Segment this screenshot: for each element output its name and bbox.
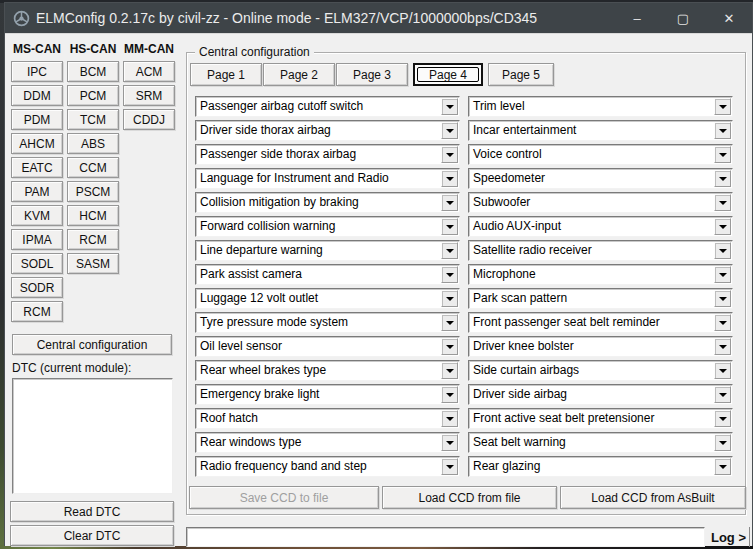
page-tab-page-3[interactable]: Page 3 [336,63,408,86]
dropdown-arrow-icon[interactable] [714,146,731,163]
dropdown-arrow-icon[interactable] [714,434,731,451]
dropdown-arrow-icon[interactable] [441,194,458,211]
dropdown-arrow-icon[interactable] [714,338,731,355]
dropdown-arrow-icon[interactable] [714,386,731,403]
dropdown-arrow-icon[interactable] [441,146,458,163]
dropdown-driver-knee-bolster[interactable]: Driver knee bolster [468,336,733,357]
dropdown-arrow-icon[interactable] [441,410,458,427]
module-button-ccm[interactable]: CCM [67,157,119,178]
central-configuration-button[interactable]: Central configuration [12,334,172,355]
dropdown-arrow-icon[interactable] [441,386,458,403]
dropdown-arrow-icon[interactable] [714,218,731,235]
log-button[interactable]: Log > [708,527,750,547]
module-button-cddj[interactable]: CDDJ [123,109,175,130]
dropdown-front-passenger-seat-belt-reminder[interactable]: Front passenger seat belt reminder [468,312,733,333]
dropdown-language-for-instrument-and-radio[interactable]: Language for Instrument and Radio [195,168,460,189]
module-button-acm[interactable]: ACM [123,61,175,82]
read-dtc-button[interactable]: Read DTC [10,501,174,522]
module-button-abs[interactable]: ABS [67,133,119,154]
dropdown-luggage-12-volt-outlet[interactable]: Luggage 12 volt outlet [195,288,460,309]
maximize-icon[interactable]: ▢ [660,3,706,33]
module-button-pam[interactable]: PAM [11,181,63,202]
dropdown-arrow-icon[interactable] [714,122,731,139]
dropdown-arrow-icon[interactable] [441,290,458,307]
dropdown-arrow-icon[interactable] [441,242,458,259]
dropdown-voice-control[interactable]: Voice control [468,144,733,165]
module-button-rcm[interactable]: RCM [11,301,63,322]
dropdown-arrow-icon[interactable] [714,362,731,379]
module-button-kvm[interactable]: KVM [11,205,63,226]
close-icon[interactable]: ✕ [706,3,752,33]
dropdown-side-curtain-airbags[interactable]: Side curtain airbags [468,360,733,381]
dropdown-arrow-icon[interactable] [441,338,458,355]
dropdown-radio-frequency-band-and-step[interactable]: Radio frequency band and step [195,456,460,477]
dropdown-arrow-icon[interactable] [441,170,458,187]
dropdown-front-active-seat-belt-pretensioner[interactable]: Front active seat belt pretensioner [468,408,733,429]
module-button-ddm[interactable]: DDM [11,85,63,106]
dropdown-arrow-icon[interactable] [441,434,458,451]
page-tab-page-4-selected[interactable]: Page 4 [413,63,483,86]
save-ccd-button[interactable]: Save CCD to file [189,486,379,509]
module-button-sodr[interactable]: SODR [11,277,63,298]
dropdown-line-departure-warning[interactable]: Line departure warning [195,240,460,261]
dropdown-rear-wheel-brakes-type[interactable]: Rear wheel brakes type [195,360,460,381]
module-button-ipma[interactable]: IPMA [11,229,63,250]
dropdown-arrow-icon[interactable] [441,122,458,139]
dropdown-arrow-icon[interactable] [714,170,731,187]
module-button-bcm[interactable]: BCM [67,61,119,82]
log-input[interactable] [186,527,705,547]
dropdown-subwoofer[interactable]: Subwoofer [468,192,733,213]
module-button-pdm[interactable]: PDM [11,109,63,130]
dropdown-park-assist-camera[interactable]: Park assist camera [195,264,460,285]
dropdown-incar-entertainment[interactable]: Incar entertainment [468,120,733,141]
module-button-pcm[interactable]: PCM [67,85,119,106]
dropdown-arrow-icon[interactable] [714,98,731,115]
dropdown-rear-windows-type[interactable]: Rear windows type [195,432,460,453]
dropdown-arrow-icon[interactable] [441,458,458,475]
dropdown-driver-side-thorax-airbag[interactable]: Driver side thorax airbag [195,120,460,141]
dropdown-tyre-pressure-mode-system[interactable]: Tyre pressure mode system [195,312,460,333]
module-button-srm[interactable]: SRM [123,85,175,106]
dropdown-arrow-icon[interactable] [441,314,458,331]
dropdown-arrow-icon[interactable] [714,314,731,331]
module-button-ipc[interactable]: IPC [11,61,63,82]
dropdown-audio-aux-input[interactable]: Audio AUX-input [468,216,733,237]
dropdown-rear-glazing[interactable]: Rear glazing [468,456,733,477]
dropdown-driver-side-airbag[interactable]: Driver side airbag [468,384,733,405]
module-button-pscm[interactable]: PSCM [67,181,119,202]
module-button-ahcm[interactable]: AHCM [11,133,63,154]
dropdown-roof-hatch[interactable]: Roof hatch [195,408,460,429]
dropdown-arrow-icon[interactable] [714,266,731,283]
dropdown-seat-belt-warning[interactable]: Seat belt warning [468,432,733,453]
module-button-hcm[interactable]: HCM [67,205,119,226]
dtc-list-box[interactable] [12,378,173,494]
dropdown-arrow-icon[interactable] [714,242,731,259]
dropdown-speedometer[interactable]: Speedometer [468,168,733,189]
dropdown-oil-level-sensor[interactable]: Oil level sensor [195,336,460,357]
module-button-sodl[interactable]: SODL [11,253,63,274]
module-button-tcm[interactable]: TCM [67,109,119,130]
dropdown-arrow-icon[interactable] [441,362,458,379]
dropdown-emergency-brake-light[interactable]: Emergency brake light [195,384,460,405]
module-button-eatc[interactable]: EATC [11,157,63,178]
dropdown-arrow-icon[interactable] [714,194,731,211]
load-ccd-file-button[interactable]: Load CCD from file [382,486,557,509]
dropdown-park-scan-pattern[interactable]: Park scan pattern [468,288,733,309]
module-button-sasm[interactable]: SASM [67,253,119,274]
minimize-icon[interactable]: – [614,3,660,33]
page-tab-page-5[interactable]: Page 5 [488,63,554,86]
load-ccd-asbuilt-button[interactable]: Load CCD from AsBuilt [560,486,746,509]
dropdown-collision-mitigation-by-braking[interactable]: Collision mitigation by braking [195,192,460,213]
dropdown-arrow-icon[interactable] [441,218,458,235]
page-tab-page-2[interactable]: Page 2 [263,63,335,86]
dropdown-forward-collision-warning[interactable]: Forward collision warning [195,216,460,237]
dropdown-arrow-icon[interactable] [714,290,731,307]
dropdown-microphone[interactable]: Microphone [468,264,733,285]
dropdown-passenger-side-thorax-airbag[interactable]: Passenger side thorax airbag [195,144,460,165]
dropdown-arrow-icon[interactable] [714,410,731,427]
dropdown-arrow-icon[interactable] [714,458,731,475]
module-button-rcm[interactable]: RCM [67,229,119,250]
dropdown-trim-level[interactable]: Trim level [468,96,733,117]
dropdown-satellite-radio-receiver[interactable]: Satellite radio receiver [468,240,733,261]
page-tab-page-1[interactable]: Page 1 [190,63,262,86]
